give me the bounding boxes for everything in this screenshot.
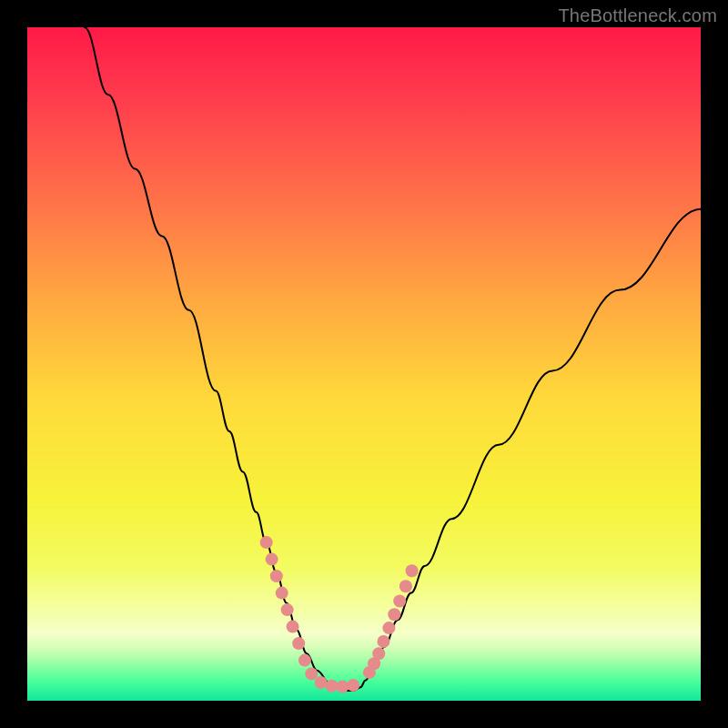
marker-point [372, 647, 385, 660]
chart-svg [27, 27, 701, 701]
marker-point [315, 676, 328, 689]
marker-point [382, 622, 395, 634]
marker-point [399, 580, 412, 592]
marker-point [305, 667, 318, 680]
marker-point [347, 679, 359, 692]
chart-frame: TheBottleneck.com [0, 0, 728, 728]
plot-area [27, 27, 701, 701]
marker-point [336, 680, 349, 693]
marker-point [393, 594, 406, 607]
chart-background [27, 27, 701, 701]
marker-point [281, 603, 294, 616]
marker-point [276, 587, 288, 600]
marker-point [406, 564, 419, 577]
watermark-text: TheBottleneck.com [558, 5, 717, 26]
marker-point [270, 570, 283, 582]
marker-point [292, 637, 305, 650]
marker-point [377, 635, 389, 648]
marker-point [266, 553, 278, 566]
marker-point [260, 536, 273, 549]
marker-point [298, 654, 311, 667]
marker-point [287, 621, 299, 633]
marker-point [388, 608, 400, 621]
